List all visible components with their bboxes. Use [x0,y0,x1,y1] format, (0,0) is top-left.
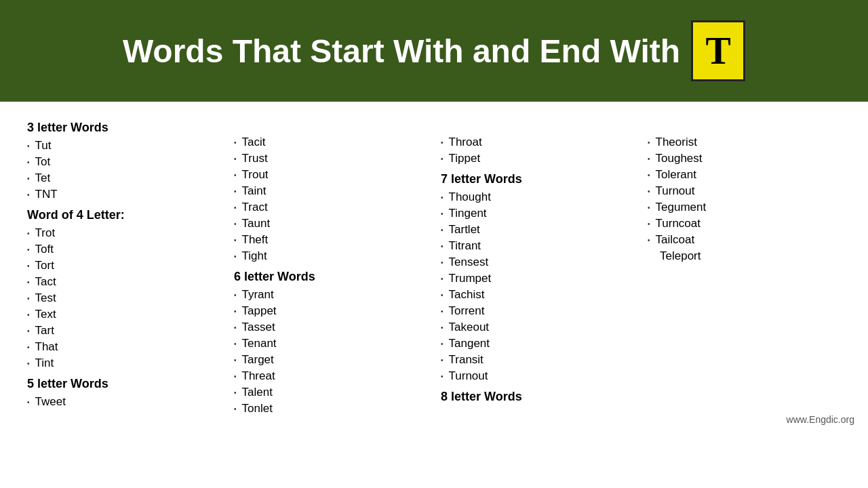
list-item: Tolerant [648,167,841,183]
list-item: Tappet [234,303,427,319]
list-item: Target [234,352,427,368]
column-1: 3 letter Words Tut Tot Tet TNT Word of 4… [20,115,227,417]
list-6letter: Tyrant Tappet Tasset Tenant Target Threa… [234,287,427,417]
list-item: Turnout [648,183,841,199]
list-item: Tailcoat [648,232,841,248]
list-item: Tyrant [234,287,427,303]
list-item: Toughest [648,150,841,167]
list-item: Tacit [234,134,427,150]
list-item: Tart [27,323,220,339]
heading-7letter: 7 letter Words [441,172,634,186]
list-item: Tachist [441,287,634,303]
list-item: Tartlet [441,222,634,238]
list-item: Tangent [441,336,634,352]
list-item: Titrant [441,238,634,254]
list-3letter: Tut Tot Tet TNT [27,138,220,203]
footer-url: www.Engdic.org [787,414,854,425]
list-5letter: Tweet [27,394,220,410]
list-item: Tensest [441,254,634,270]
heading-5letter: 5 letter Words [27,377,220,391]
list-item: Throat [441,134,634,150]
list-8letter: Theorist Toughest Tolerant Turnout Tegum… [648,134,841,248]
list-item: Tasset [234,319,427,336]
list-item: Tight [234,248,427,264]
main-content: 3 letter Words Tut Tot Tet TNT Word of 4… [0,102,868,430]
list-4letter: Trot Toft Tort Tact Test Text Tart That … [27,225,220,371]
list-item: Trout [234,167,427,183]
list-item: Theorist [648,134,841,150]
list-item: Threat [234,368,427,384]
column-4: Theorist Toughest Tolerant Turnout Tegum… [641,115,848,417]
list-item: Tet [27,170,220,186]
list-item: Test [27,290,220,306]
list-item: Tenant [234,336,427,352]
header-text: Words That Start With and End With [123,33,680,70]
list-item: Trumpet [441,270,634,287]
heading-3letter: 3 letter Words [27,121,220,135]
list-item: Toft [27,241,220,258]
list-item: Turnout [441,368,634,384]
header-title: Words That Start With and End With T [123,20,745,81]
list-item: Torrent [441,303,634,319]
list-item: Trust [234,150,427,167]
teleport-word: Teleport [648,248,841,264]
list-item: TNT [27,186,220,203]
column-2: Tacit Trust Trout Taint Tract Taunt Thef… [227,115,434,417]
list-item: Talent [234,384,427,401]
heading-4letter: Word of 4 Letter: [27,208,220,222]
list-item: Tweet [27,394,220,410]
list-item: Text [27,306,220,323]
list-item: Taint [234,183,427,199]
list-item: Tegument [648,199,841,216]
list-item: Transit [441,352,634,368]
list-item: Tut [27,138,220,154]
column-3: Throat Tippet 7 letter Words Thought Tin… [434,115,641,417]
list-item: Tot [27,154,220,170]
heading-8letter: 8 letter Words [441,390,634,404]
list-item: Taunt [234,216,427,232]
list-item: Trot [27,225,220,241]
list-item: Tort [27,258,220,274]
list-item: Theft [234,232,427,248]
list-item: Takeout [441,319,634,336]
list-item: Tint [27,355,220,371]
list-item: Thought [441,189,634,205]
list-item: Tract [234,199,427,216]
page-header: Words That Start With and End With T [0,0,868,102]
list-item: Tingent [441,205,634,222]
list-item: Tact [27,274,220,290]
t-badge: T [691,20,745,81]
heading-6letter: 6 letter Words [234,270,427,284]
list-item: Tippet [441,150,634,167]
list-5letter-cont: Tacit Trust Trout Taint Tract Taunt Thef… [234,134,427,264]
list-item: That [27,339,220,355]
list-item: Turncoat [648,216,841,232]
list-5letter-cont2: Throat Tippet [441,134,634,167]
list-item: Tonlet [234,401,427,417]
list-7letter: Thought Tingent Tartlet Titrant Tensest … [441,189,634,384]
